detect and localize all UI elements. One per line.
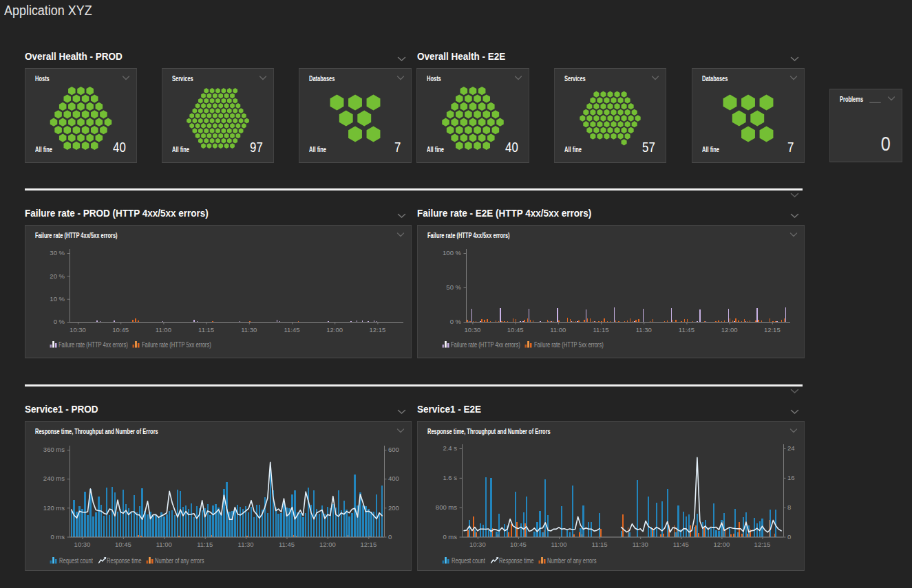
section-header-service1-prod[interactable]: Service1 - PROD [25, 403, 412, 415]
svg-text:11:30: 11:30 [633, 541, 648, 548]
svg-text:0: 0 [388, 533, 392, 541]
legend-label: Failure rate (HTTP 5xx errors) [534, 340, 604, 349]
health-tile-services-prod[interactable]: Services All fine 97 [162, 68, 274, 163]
health-tile-services-e2e[interactable]: Services All fine 57 [554, 68, 666, 163]
svg-text:0 ms: 0 ms [50, 533, 65, 541]
chevron-down-icon[interactable] [790, 389, 799, 394]
svg-text:11:15: 11:15 [197, 541, 213, 548]
chevron-down-icon[interactable] [790, 213, 799, 219]
entity-count: 40 [113, 139, 126, 155]
svg-text:11:45: 11:45 [673, 541, 689, 548]
health-tile-databases-e2e[interactable]: Databases All fine 7 [692, 68, 805, 163]
svg-text:11:45: 11:45 [279, 541, 295, 548]
entity-count: 97 [250, 139, 263, 155]
health-tile-hosts-prod[interactable]: Hosts All fine 40 [25, 68, 137, 163]
svg-text:360 ms: 360 ms [43, 446, 65, 453]
chart-tile-failure-rate-prod[interactable]: Failure rate (HTTP 4xx/5xx errors) 0 %10… [25, 225, 412, 358]
svg-text:12:15: 12:15 [754, 541, 771, 548]
svg-text:0 %: 0 % [450, 318, 462, 325]
chevron-down-icon[interactable] [397, 409, 406, 415]
legend-icon [132, 340, 140, 349]
svg-text:11:00: 11:00 [156, 326, 171, 334]
legend-icon [50, 340, 58, 349]
chart-legend: Request count Response time Number of an… [25, 556, 412, 565]
health-tile-databases-prod[interactable]: Databases All fine 7 [299, 68, 412, 163]
svg-text:30 %: 30 % [50, 249, 65, 257]
legend-label: Number of any errors [155, 556, 204, 565]
chevron-down-icon[interactable] [790, 409, 799, 415]
chart-plot[interactable]: 0 ms120 ms240 ms360 ms020040060010:3010:… [25, 422, 412, 571]
svg-text:16: 16 [787, 474, 795, 481]
svg-text:11:30: 11:30 [636, 326, 652, 334]
section-header-failure-e2e[interactable]: Failure rate - E2E (HTTP 4xx/5xx errors) [417, 207, 805, 219]
section-title: Failure rate - PROD (HTTP 4xx/5xx errors… [25, 207, 209, 219]
legend-label: Request count [452, 556, 485, 565]
svg-text:10:30: 10:30 [74, 541, 91, 548]
svg-text:11:15: 11:15 [198, 326, 214, 334]
svg-text:120 ms: 120 ms [43, 504, 65, 512]
chart-legend: Failure rate (HTTP 4xx errors) Failure r… [418, 340, 805, 349]
chevron-down-icon[interactable] [887, 96, 895, 101]
svg-text:50 %: 50 % [446, 283, 461, 291]
svg-text:2.4 s: 2.4 s [443, 444, 457, 452]
chevron-down-icon[interactable] [790, 193, 799, 198]
svg-text:200: 200 [388, 504, 399, 512]
entity-count: 40 [505, 139, 518, 155]
status-label: All fine [702, 145, 719, 153]
svg-text:400: 400 [388, 475, 399, 482]
legend-label: Response time [499, 556, 533, 565]
svg-text:10:45: 10:45 [112, 326, 129, 334]
legend-icon [442, 556, 450, 565]
svg-text:8: 8 [787, 503, 791, 511]
legend-icon [98, 556, 107, 565]
chevron-down-icon[interactable] [397, 213, 406, 219]
section-title: Overall Health - PROD [25, 50, 123, 62]
svg-text:0 %: 0 % [54, 318, 65, 325]
legend-icon [146, 556, 154, 565]
legend-label: Failure rate (HTTP 5xx errors) [142, 340, 211, 349]
chart-tile-service1-prod[interactable]: Response time, Throughput and Number of … [25, 421, 412, 571]
svg-text:11:00: 11:00 [156, 541, 172, 548]
status-label: All fine [172, 145, 189, 153]
svg-text:12:00: 12:00 [721, 326, 738, 334]
problems-tile[interactable]: Problems 0 [829, 89, 902, 162]
chevron-down-icon[interactable] [790, 56, 799, 62]
section-header-overall-prod[interactable]: Overall Health - PROD [25, 50, 412, 63]
svg-text:11:00: 11:00 [550, 326, 566, 334]
section-header-overall-e2e[interactable]: Overall Health - E2E [417, 50, 805, 63]
chart-plot[interactable]: 0 %50 %100 %10:3010:4511:0011:1511:3011:… [418, 226, 805, 359]
svg-text:10:45: 10:45 [510, 541, 527, 548]
section-header-service1-e2e[interactable]: Service1 - E2E [417, 403, 805, 415]
svg-text:11:15: 11:15 [593, 326, 608, 334]
divider-line [25, 188, 803, 190]
legend-icon [442, 340, 450, 349]
page-title: Application XYZ [4, 3, 92, 19]
legend-icon [491, 556, 499, 565]
svg-text:10 %: 10 % [50, 295, 65, 303]
svg-text:10:45: 10:45 [507, 326, 524, 334]
problems-count: 0 [881, 132, 891, 155]
chart-legend: Failure rate (HTTP 4xx errors) Failure r… [25, 340, 412, 349]
chart-tile-service1-e2e[interactable]: Response time, Throughput and Number of … [417, 421, 805, 571]
svg-text:240 ms: 240 ms [43, 475, 65, 482]
section-title: Overall Health - E2E [417, 50, 505, 62]
chart-tile-failure-rate-e2e[interactable]: Failure rate (HTTP 4xx/5xx errors) 0 %50… [417, 225, 805, 358]
svg-text:11:30: 11:30 [238, 541, 254, 548]
chart-plot[interactable]: 0 %10 %20 %30 %10:3010:4511:0011:1511:30… [25, 226, 412, 359]
chart-plot[interactable]: 0 ms800 ms1.6 s2.4 s08162410:3010:4511:0… [418, 422, 805, 571]
trend-placeholder [869, 102, 881, 103]
svg-text:20 %: 20 % [50, 272, 65, 280]
entity-count: 7 [394, 139, 401, 155]
status-label: All fine [427, 145, 444, 153]
svg-text:12:15: 12:15 [360, 541, 377, 548]
svg-text:11:30: 11:30 [241, 326, 257, 334]
health-tile-hosts-e2e[interactable]: Hosts All fine 40 [416, 68, 529, 163]
svg-text:10:30: 10:30 [70, 326, 86, 334]
section-header-failure-prod[interactable]: Failure rate - PROD (HTTP 4xx/5xx errors… [25, 207, 412, 219]
legend-label: Number of any errors [547, 556, 596, 565]
legend-icon [50, 556, 58, 565]
divider-line [25, 384, 803, 386]
section-title: Service1 - E2E [417, 403, 481, 415]
svg-text:10:30: 10:30 [465, 326, 481, 334]
chevron-down-icon[interactable] [397, 56, 406, 62]
